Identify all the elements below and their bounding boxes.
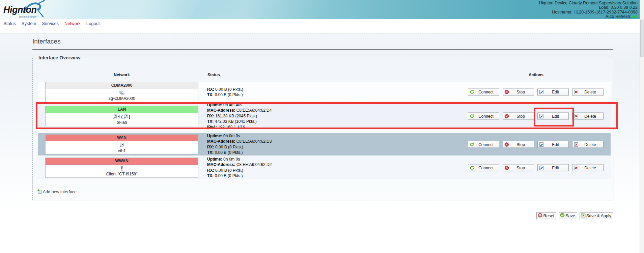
nav-item-logout[interactable]: Logout bbox=[86, 21, 100, 26]
connect-button[interactable]: Connect bbox=[468, 141, 499, 148]
delete-button[interactable]: Delete bbox=[572, 141, 604, 148]
status-line: MAC-Address: C8:EE:A6:04:62:D2 bbox=[207, 162, 272, 168]
status-cell: Uptime: 0h 4m 40sMAC-Address: C8:EE:A6:0… bbox=[207, 102, 272, 130]
button-label: Connect bbox=[474, 90, 498, 94]
stop-button[interactable]: Stop bbox=[503, 88, 534, 95]
network-name-band: WAN bbox=[46, 135, 198, 141]
stop-button[interactable]: Stop bbox=[503, 164, 534, 171]
vertical-scrollbar[interactable] bbox=[640, 0, 644, 253]
auto-refresh-status: Auto Refresh: on bbox=[539, 15, 638, 19]
nav-item-system[interactable]: System bbox=[22, 21, 36, 26]
edit-button[interactable]: Edit bbox=[537, 141, 569, 148]
nav-item-status[interactable]: Status bbox=[3, 21, 16, 26]
hostname: Hostname: H120-1509-1617-2932-7744-0098 bbox=[539, 10, 638, 15]
status-line: MAC-Address: C8:EE:A6:04:62:D4 bbox=[207, 108, 272, 113]
button-label: Edit bbox=[544, 165, 567, 170]
status-line: RX: 0.00 B (0 Pkts.) bbox=[207, 144, 272, 150]
button-label: Connect bbox=[474, 114, 498, 118]
network-cell: WANeth1 bbox=[45, 134, 198, 154]
auto-refresh-value: on bbox=[633, 14, 638, 19]
edit-icon bbox=[539, 142, 544, 147]
connect-icon bbox=[470, 114, 474, 118]
connect-button[interactable]: Connect bbox=[468, 113, 499, 120]
actions-cell: ConnectStopEditDelete bbox=[468, 141, 604, 148]
port-icon bbox=[46, 141, 198, 148]
button-label: Delete bbox=[579, 165, 602, 170]
delete-icon bbox=[574, 90, 579, 94]
status-line: RX: 161.38 KB (2045 Pkts.) bbox=[207, 113, 272, 119]
button-label: Save & Apply bbox=[586, 214, 611, 218]
save-button[interactable]: Save bbox=[559, 212, 577, 219]
device-name: eth1 bbox=[46, 148, 198, 154]
network-cell: LAN()br-lan bbox=[45, 106, 198, 126]
nav-item-network[interactable]: Network bbox=[64, 21, 81, 26]
button-label: Connect bbox=[474, 142, 498, 147]
save-icon bbox=[560, 213, 565, 219]
edit-icon bbox=[539, 165, 544, 170]
actions-cell: ConnectStopEditDelete bbox=[468, 88, 604, 95]
add-interface-link[interactable]: Add new interface... bbox=[37, 189, 80, 195]
edit-button[interactable]: Edit bbox=[537, 113, 569, 120]
interface-row-wan: WANeth1Uptime: 0h 0m 0sMAC-Address: C8:E… bbox=[38, 133, 611, 156]
column-header-status: Status bbox=[207, 73, 220, 77]
auto-refresh-label: Auto Refresh: bbox=[606, 14, 631, 19]
brand-logo: Hignton technology bbox=[3, 1, 61, 19]
modem-icon bbox=[46, 89, 198, 96]
bridge-icon: () bbox=[46, 113, 198, 120]
edit-button[interactable]: Edit bbox=[537, 164, 569, 171]
status-line: RX: 0.00 B (0 Pkts.) bbox=[207, 86, 243, 92]
save-apply-button[interactable]: Save & Apply bbox=[580, 212, 613, 219]
system-title: Hignton Device Cloudy Remote Supervisory… bbox=[539, 1, 638, 5]
device-name: br-lan bbox=[46, 120, 198, 126]
main-nav: StatusSystemServicesNetworkLogout bbox=[3, 21, 100, 26]
status-line: RX: 0.00 B (0 Pkts.) bbox=[207, 168, 272, 173]
stop-button[interactable]: Stop bbox=[503, 141, 534, 148]
button-label: Delete bbox=[579, 90, 602, 94]
button-label: Reset bbox=[543, 214, 554, 218]
status-line: Uptime: 0h 0m 0s bbox=[207, 157, 272, 162]
footer-buttons: ResetSaveSave & Apply bbox=[536, 212, 613, 219]
button-label: Stop bbox=[509, 142, 532, 147]
edit-button[interactable]: Edit bbox=[537, 88, 569, 95]
status-line: MAC-Address: C8:EE:A6:04:62:D3 bbox=[207, 139, 272, 144]
delete-button[interactable]: Delete bbox=[572, 88, 604, 95]
status-line: TX: 0.00 B (0 Pkts.) bbox=[207, 173, 272, 178]
apply-icon bbox=[581, 213, 586, 219]
button-label: Edit bbox=[544, 142, 567, 147]
stop-icon bbox=[504, 142, 509, 147]
status-line: TX: 0.00 B (0 Pkts.) bbox=[207, 92, 243, 97]
reset-button[interactable]: Reset bbox=[536, 212, 556, 219]
top-header-bar: Hignton technology Hignton Device Cloudy… bbox=[0, 0, 644, 19]
interface-row-lan: LAN()br-lanUptime: 0h 4m 40sMAC-Address:… bbox=[38, 103, 611, 129]
button-label: Edit bbox=[544, 90, 567, 94]
delete-icon bbox=[574, 142, 579, 147]
stop-icon bbox=[504, 114, 509, 118]
network-cell: CDMA20003g-CDMA2000 bbox=[45, 82, 198, 102]
stop-icon bbox=[504, 165, 509, 170]
load-average: Load: 0.30 0.38 0.22 bbox=[539, 5, 638, 10]
connect-button[interactable]: Connect bbox=[468, 164, 499, 171]
column-header-network: Network bbox=[46, 73, 198, 77]
button-label: Stop bbox=[509, 114, 532, 118]
delete-icon bbox=[574, 165, 579, 170]
add-page-icon bbox=[37, 189, 42, 195]
scrollbar-thumb[interactable] bbox=[640, 20, 644, 57]
status-line: Uptime: 0h 4m 40s bbox=[207, 102, 272, 108]
connect-button[interactable]: Connect bbox=[468, 88, 499, 95]
button-label: Stop bbox=[509, 90, 532, 94]
connect-icon bbox=[470, 165, 474, 170]
button-label: Delete bbox=[579, 114, 602, 118]
stop-button[interactable]: Stop bbox=[503, 113, 534, 120]
network-name-band: LAN bbox=[46, 106, 198, 113]
nav-item-services[interactable]: Services bbox=[42, 21, 59, 26]
stop-icon bbox=[504, 90, 509, 94]
add-interface-label: Add new interface... bbox=[43, 190, 80, 194]
network-cell: WWANClient "GT-I9158" bbox=[45, 158, 198, 178]
delete-button[interactable]: Delete bbox=[572, 164, 604, 171]
status-line: TX: 472.03 KB (1041 Pkts.) bbox=[207, 119, 272, 124]
interface-row-cdma2000: CDMA20003g-CDMA2000RX: 0.00 B (0 Pkts.)T… bbox=[38, 82, 611, 102]
delete-icon bbox=[574, 114, 579, 118]
delete-button[interactable]: Delete bbox=[572, 113, 604, 120]
status-line: TX: 0.00 B (0 Pkts.) bbox=[207, 150, 272, 155]
brand-tagline: technology bbox=[19, 15, 37, 18]
